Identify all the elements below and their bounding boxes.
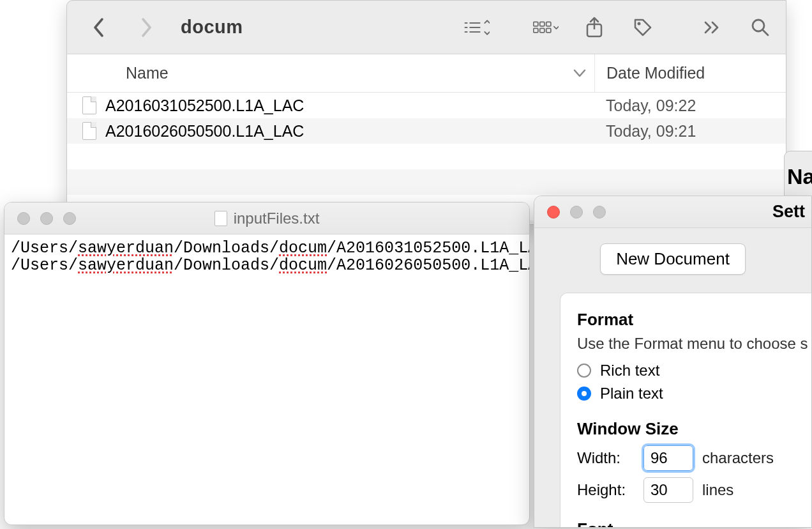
settings-panel: Format Use the Format menu to choose s R… bbox=[560, 293, 812, 528]
radio-rich[interactable]: Rich text bbox=[577, 362, 812, 379]
peek-window: Na bbox=[784, 151, 812, 202]
radio-label: Rich text bbox=[600, 362, 659, 379]
settings-title: Sett bbox=[772, 202, 805, 222]
file-row[interactable]: A2016031052500.L1A_LAC Today, 09:22 bbox=[67, 93, 786, 118]
svg-rect-8 bbox=[546, 22, 551, 26]
column-date[interactable]: Date Modified bbox=[594, 54, 786, 92]
svg-rect-6 bbox=[534, 22, 538, 26]
file-name: A2016031052500.L1A_LAC bbox=[105, 96, 594, 115]
finder-columns: Name Date Modified bbox=[67, 54, 786, 93]
font-heading: Font bbox=[577, 519, 812, 528]
back-button[interactable] bbox=[86, 15, 112, 40]
width-input[interactable] bbox=[643, 445, 693, 471]
textedit-body[interactable]: /Users/sawyerduan/Downloads/docum/A20160… bbox=[4, 234, 529, 279]
textedit-titlebar[interactable]: inputFiles.txt bbox=[4, 203, 529, 234]
tag-button[interactable] bbox=[630, 15, 656, 40]
view-list-button[interactable] bbox=[464, 15, 490, 40]
file-date: Today, 09:22 bbox=[594, 96, 786, 115]
zoom-icon[interactable] bbox=[63, 212, 76, 225]
file-date: Today, 09:21 bbox=[594, 122, 786, 141]
finder-toolbar: docum bbox=[67, 1, 786, 54]
zoom-icon[interactable] bbox=[593, 206, 606, 218]
peek-label: Na bbox=[787, 164, 812, 189]
svg-point-14 bbox=[638, 22, 641, 25]
svg-rect-7 bbox=[540, 22, 545, 26]
file-row[interactable]: A2016026050500.L1A_LAC Today, 09:21 bbox=[67, 118, 786, 144]
width-label: Width: bbox=[577, 449, 635, 467]
file-icon bbox=[67, 122, 105, 140]
textedit-window: inputFiles.txt /Users/sawyerduan/Downloa… bbox=[4, 202, 530, 525]
settings-titlebar[interactable]: Sett bbox=[534, 196, 811, 228]
close-icon[interactable] bbox=[547, 206, 560, 218]
format-hint: Use the Format menu to choose s bbox=[577, 335, 812, 353]
height-label: Height: bbox=[577, 481, 635, 499]
width-unit: characters bbox=[702, 449, 774, 467]
svg-rect-11 bbox=[546, 28, 551, 32]
radio-plain[interactable]: Plain text bbox=[577, 385, 812, 402]
tab-new-document[interactable]: New Document bbox=[600, 243, 746, 275]
height-unit: lines bbox=[702, 481, 733, 499]
svg-rect-9 bbox=[534, 28, 538, 32]
svg-line-16 bbox=[763, 30, 768, 35]
document-icon bbox=[214, 211, 227, 226]
minimize-icon[interactable] bbox=[570, 206, 583, 218]
close-icon[interactable] bbox=[17, 212, 30, 225]
file-icon bbox=[67, 96, 105, 114]
file-name: A2016026050500.L1A_LAC bbox=[105, 122, 594, 141]
settings-window: Sett New Document Format Use the Format … bbox=[534, 195, 812, 528]
search-button[interactable] bbox=[748, 15, 773, 40]
window-size-heading: Window Size bbox=[577, 419, 812, 439]
radio-icon bbox=[577, 364, 591, 378]
finder-window: docum bbox=[66, 0, 786, 225]
sort-chevron-icon[interactable] bbox=[565, 69, 594, 78]
share-button[interactable] bbox=[582, 15, 607, 40]
finder-title: docum bbox=[181, 17, 243, 38]
format-heading: Format bbox=[577, 310, 812, 330]
radio-icon bbox=[577, 387, 591, 401]
minimize-icon[interactable] bbox=[40, 212, 53, 225]
radio-label: Plain text bbox=[600, 385, 663, 402]
column-name[interactable]: Name bbox=[67, 64, 565, 82]
textedit-title: inputFiles.txt bbox=[234, 210, 320, 227]
group-button[interactable] bbox=[533, 15, 559, 40]
forward-button[interactable] bbox=[133, 15, 159, 40]
height-input[interactable] bbox=[643, 477, 693, 503]
overflow-button[interactable] bbox=[699, 15, 725, 40]
svg-rect-10 bbox=[540, 28, 545, 32]
